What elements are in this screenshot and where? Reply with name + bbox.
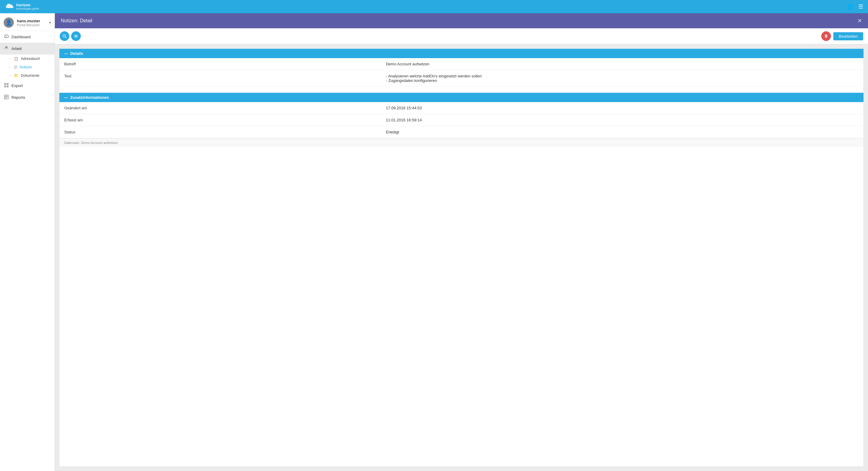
user-name: hans.muster [17,19,46,23]
footer-bar: Datensatz: Demo Account aufsetzen [59,138,864,147]
svg-rect-3 [4,86,6,87]
sub-dots-adressbuch: ··· [8,57,11,61]
logo: horizon technologies gmbh [5,3,39,10]
sidebar-item-adressbuch-label: Adressbuch [21,57,40,61]
notizen-icon: ☑ [14,65,17,69]
sidebar-item-dokumente-label: Dokumente [21,73,39,78]
details-section-label: Details [70,51,83,56]
avatar: 👤 [4,18,14,28]
sidebar-item-adressbuch[interactable]: ··· 📋 Adressbuch [0,55,55,63]
toolbar: Bearbeiten [55,28,868,44]
details-section-icon: — [64,52,68,56]
status-label: Status [59,126,381,138]
svg-rect-4 [7,86,8,87]
betreff-label: Betreff [59,58,381,70]
geaendert-value: 17.09.2016 15:44:53 [381,102,864,114]
table-row: Betreff Demo Account aufsetzen [59,58,864,70]
zusatz-section-header: — Zusatzinformationen [59,93,864,102]
globe-icon[interactable]: 🌐 [847,3,854,10]
dashboard-icon [4,34,9,40]
table-row: Geändert am 17.09.2016 15:44:53 [59,102,864,114]
status-value: Erledigt [381,126,864,138]
arbeit-icon [4,46,9,52]
page-header: Notizen: Detail ✕ [55,13,868,28]
sidebar-item-arbeit[interactable]: Arbeit [0,43,55,55]
text-label: Text [59,70,381,87]
topbar-icons: 🌐 ☰ [847,3,863,10]
sidebar-item-reports[interactable]: Reports [0,92,55,103]
detail-card: — Details Betreff Demo Account aufsetzen… [59,48,864,467]
hamburger-menu-icon[interactable]: ☰ [858,3,863,10]
svg-line-10 [65,37,67,38]
sidebar-item-export-label: Export [11,83,23,88]
sidebar-nav: Dashboard Arbeit ··· 📋 Adressbuch ··· ☑ … [0,31,55,103]
sidebar-item-arbeit-label: Arbeit [11,46,22,51]
user-info: hans.muster Portal Benutzer [17,19,46,27]
sidebar-item-export[interactable]: Export [0,80,55,92]
betreff-value: Demo Account aufsetzen [381,58,864,70]
zusatz-table: Geändert am 17.09.2016 15:44:53 Erfasst … [59,102,864,138]
zusatz-section-icon: — [64,96,68,100]
geaendert-label: Geändert am [59,102,381,114]
topbar: horizon technologies gmbh 🌐 ☰ [0,0,868,13]
sub-dots-dokumente: ··· [8,74,11,77]
sidebar-item-dokumente[interactable]: ··· 📁 Dokumente [0,71,55,80]
sidebar-item-reports-label: Reports [11,95,25,100]
details-section-header: — Details [59,49,864,58]
reports-icon [4,95,9,100]
sidebar: 👤 hans.muster Portal Benutzer ▾ Dashboar… [0,13,55,471]
page-title: Notizen: Detail [61,18,92,24]
svg-point-9 [63,35,65,37]
sub-dots-notizen: ··· [8,66,11,69]
user-chevron-icon[interactable]: ▾ [49,21,51,25]
sidebar-item-notizen-label: Notizen [20,65,32,69]
svg-rect-2 [7,83,8,85]
content-area: Notizen: Detail ✕ [55,13,868,471]
sidebar-item-notizen[interactable]: ··· ☑ Notizen [0,63,55,71]
logo-cloud-icon [5,3,14,10]
toolbar-right: Bearbeiten [821,31,863,41]
dokumente-icon: 📁 [14,73,19,78]
table-row: Text - Analysieren welche AddOn's einges… [59,70,864,87]
table-row: Erfasst am 11.01.2016 16:59:14 [59,114,864,126]
delete-button[interactable] [821,31,831,41]
zusatz-section-label: Zusatzinformationen [70,95,109,100]
text-value: - Analysieren welche AddOn's eingesetzt … [381,70,864,87]
detail-outer: — Details Betreff Demo Account aufsetzen… [55,44,868,471]
adressbuch-icon: 📋 [14,57,19,61]
search-button[interactable] [60,31,69,41]
logo-text: horizon technologies gmbh [16,3,39,10]
erfasst-label: Erfasst am [59,114,381,126]
bearbeiten-button[interactable]: Bearbeiten [833,32,863,40]
user-section: 👤 hans.muster Portal Benutzer ▾ [0,13,55,31]
export-icon [4,83,9,89]
footer-text: Datensatz: Demo Account aufsetzen [64,141,118,144]
toolbar-left [60,31,81,41]
erfasst-value: 11.01.2016 16:59:14 [381,114,864,126]
sidebar-item-dashboard-label: Dashboard [11,35,31,39]
svg-rect-1 [4,83,6,85]
list-view-button[interactable] [71,31,81,41]
details-table: Betreff Demo Account aufsetzen Text - An… [59,58,864,87]
table-row: Status Erledigt [59,126,864,138]
sidebar-item-dashboard[interactable]: Dashboard [0,31,55,43]
user-role: Portal Benutzer [17,23,46,27]
close-icon[interactable]: ✕ [858,18,862,24]
